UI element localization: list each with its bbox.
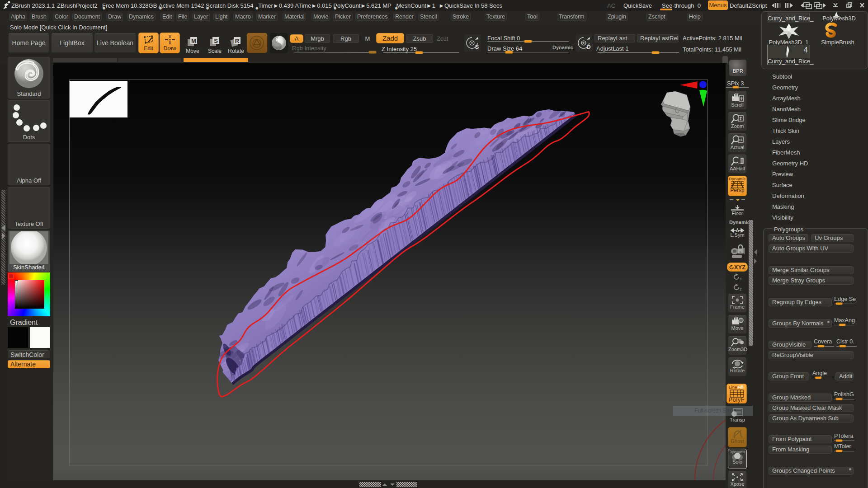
svg-text:Z: Z [740, 287, 742, 291]
svg-text:Y: Y [740, 277, 742, 281]
svg-text:Line: Line [728, 385, 737, 389]
svg-text:Dynamic: Dynamic [729, 177, 745, 181]
svg-text:R: R [235, 38, 240, 44]
svg-text:S: S [214, 38, 218, 44]
svg-text:c: c [740, 249, 741, 253]
svg-text:M: M [191, 38, 196, 44]
svg-text:Fill: Fill [737, 385, 743, 389]
svg-text:S: S [475, 43, 479, 50]
svg-text:D: D [586, 43, 590, 50]
svg-text:x1: x1 [739, 138, 743, 142]
